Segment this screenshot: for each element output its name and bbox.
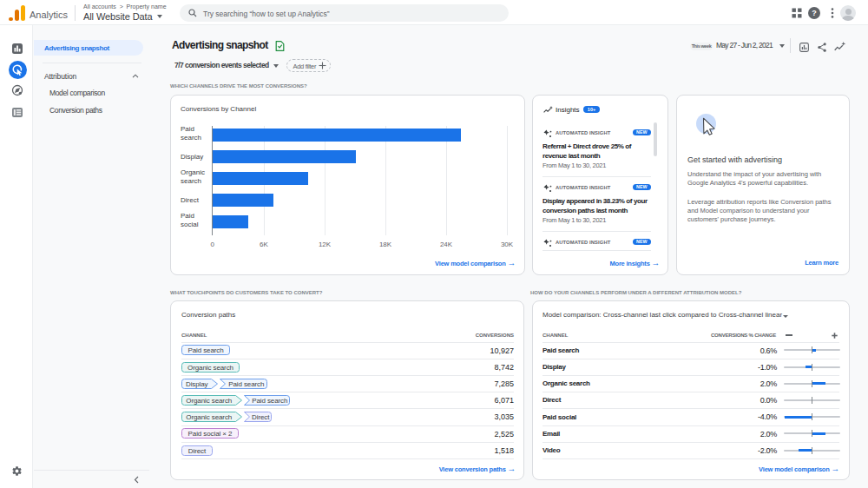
svg-text:Paid search: Paid search bbox=[187, 346, 223, 354]
svg-text:Organic search: Organic search bbox=[186, 397, 232, 405]
svg-text:Paid social × 2: Paid social × 2 bbox=[188, 430, 233, 438]
svg-text:Direct: Direct bbox=[188, 447, 207, 455]
svg-text:Organic search: Organic search bbox=[187, 364, 233, 372]
svg-text:Direct: Direct bbox=[252, 413, 270, 421]
svg-text:Paid search: Paid search bbox=[252, 397, 287, 405]
svg-text:Organic search: Organic search bbox=[186, 413, 232, 421]
svg-text:Display: Display bbox=[186, 380, 208, 388]
svg-text:Paid search: Paid search bbox=[228, 380, 264, 388]
